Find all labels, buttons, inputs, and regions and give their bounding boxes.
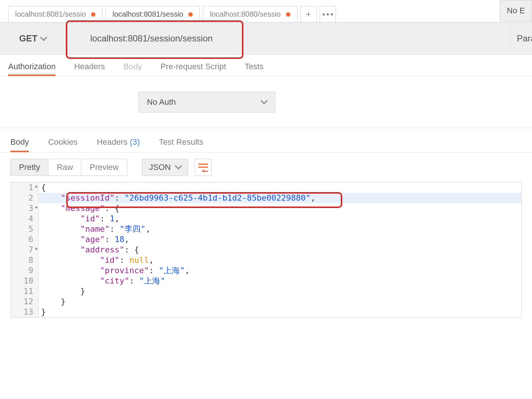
http-method-select[interactable]: GET [0,23,66,54]
tab-options-button[interactable] [320,6,336,22]
code-line: 6 "age": 18, [11,234,521,245]
request-tab-1[interactable]: localhost:8081/sessio [105,6,200,22]
auth-type-select[interactable]: No Auth [138,92,275,113]
code-line: 3 "message": { [11,203,521,214]
plus-icon: + [306,10,311,19]
body-format-select[interactable]: JSON [142,159,188,176]
request-subtabs: Authorization Headers Body Pre-request S… [0,55,532,76]
environment-label: No E [507,6,525,16]
tab-tests[interactable]: Tests [245,62,263,76]
tab-label: localhost:8080/sessio [210,10,280,19]
unsaved-indicator-icon [91,12,95,17]
code-line: 1 { [11,182,521,193]
tab-headers[interactable]: Headers [74,62,105,76]
request-tab-2[interactable]: localhost:8080/sessio [203,6,297,22]
body-format-label: JSON [149,162,171,172]
tab-authorization[interactable]: Authorization [8,62,55,76]
view-raw-button[interactable]: Raw [48,159,81,175]
view-preview-button[interactable]: Preview [81,159,127,175]
request-url-input[interactable] [66,23,510,54]
http-method-label: GET [19,33,37,44]
chevron-down-icon [176,162,181,172]
tab-prerequest-script[interactable]: Pre-request Script [161,62,226,76]
code-line: 5 "name": "李四", [11,224,521,234]
code-line: 2 "sessionId": "26bd9963-c625-4b1d-b1d2-… [11,193,521,203]
wrap-lines-button[interactable] [195,159,212,176]
response-toolbar: Pretty Raw Preview JSON [0,152,532,182]
code-line: 9 "province": "上海", [11,265,521,276]
response-body-code[interactable]: 1 { 2 "sessionId": "26bd9963-c625-4b1d-b… [10,182,522,318]
fold-icon[interactable] [35,206,38,209]
tab-label: localhost:8081/sessio [112,10,183,19]
view-mode-segmented: Pretty Raw Preview [10,159,127,176]
new-tab-button[interactable]: + [300,6,317,22]
params-label: Para [517,33,532,44]
chevron-down-icon [41,33,46,44]
resp-tab-headers[interactable]: Headers (3) [97,137,140,152]
request-bar: GET Para [0,22,532,55]
params-button[interactable]: Para [510,23,532,54]
unsaved-indicator-icon [188,12,193,17]
environment-select[interactable]: No E [500,0,532,21]
view-pretty-button[interactable]: Pretty [11,159,48,175]
resp-tab-testresults[interactable]: Test Results [159,137,203,152]
tab-body[interactable]: Body [124,62,142,76]
resp-tab-body[interactable]: Body [10,137,29,152]
code-line: 4 "id": 1, [11,214,521,224]
wrap-icon [198,164,208,171]
request-tabs-row: localhost:8081/sessio localhost:8081/ses… [0,0,532,22]
resp-headers-label: Headers [97,137,128,147]
tab-label: localhost:8081/sessio [15,10,86,19]
unsaved-indicator-icon [286,12,290,17]
fold-icon[interactable] [35,185,38,189]
fold-icon[interactable] [35,247,38,251]
code-line: 10 "city": "上海" [11,276,521,286]
code-line: 11 } [11,286,521,296]
code-line: 12 } [11,296,521,307]
code-line: 8 "id": null, [11,255,521,265]
chevron-down-icon [262,97,267,107]
resp-tab-cookies[interactable]: Cookies [48,137,77,152]
auth-type-value: No Auth [147,97,176,107]
code-line: 7 "address": { [11,245,521,255]
code-line: 13 } [11,307,521,317]
resp-headers-count: (3) [130,137,140,147]
response-tabs: Body Cookies Headers (3) Test Results [0,128,532,152]
authorization-panel: No Auth [0,76,532,128]
ellipsis-icon [323,13,333,16]
request-tab-0[interactable]: localhost:8081/sessio [8,6,102,22]
